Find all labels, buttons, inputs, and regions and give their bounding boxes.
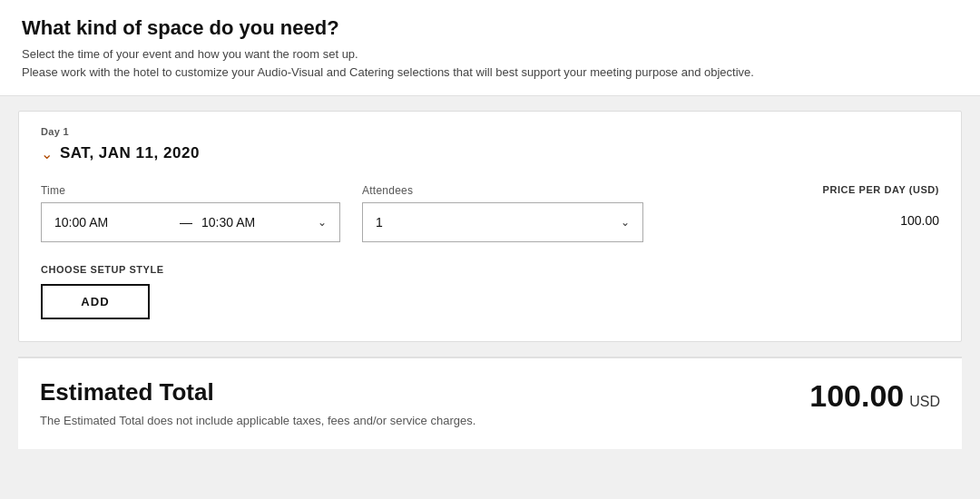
time-label: Time bbox=[41, 184, 340, 197]
page-subtitle: Select the time of your event and how yo… bbox=[22, 45, 958, 81]
price-label: PRICE PER DAY (USD) bbox=[823, 184, 939, 195]
attendees-value-text: 1 bbox=[376, 215, 621, 230]
page-title: What kind of space do you need? bbox=[22, 16, 958, 40]
attendees-select[interactable]: 1 ⌄ bbox=[362, 202, 643, 242]
estimated-amount: 100.00 bbox=[809, 378, 904, 414]
add-button[interactable]: ADD bbox=[41, 284, 150, 319]
subtitle-line1: Select the time of your event and how yo… bbox=[22, 47, 358, 61]
setup-label: CHOOSE SETUP STYLE bbox=[41, 264, 939, 275]
main-content: Day 1 ⌄ SAT, JAN 11, 2020 Time 10:00 AM … bbox=[0, 96, 980, 464]
attendees-field-group: Attendees 1 ⌄ bbox=[362, 184, 643, 242]
estimated-currency: USD bbox=[909, 394, 940, 410]
estimated-right: 100.00 USD bbox=[809, 378, 940, 414]
time-dash: — bbox=[180, 215, 192, 230]
attendees-label: Attendees bbox=[362, 184, 643, 197]
time-field-group: Time 10:00 AM — 10:30 AM ⌄ bbox=[41, 184, 340, 242]
price-value: 100.00 bbox=[823, 213, 939, 228]
time-start-text: 10:00 AM bbox=[54, 215, 171, 230]
date-text: SAT, JAN 11, 2020 bbox=[60, 144, 200, 162]
date-row: ⌄ SAT, JAN 11, 2020 bbox=[41, 144, 939, 166]
estimated-subtitle: The Estimated Total does not include app… bbox=[40, 414, 475, 427]
price-group: PRICE PER DAY (USD) 100.00 bbox=[823, 184, 939, 228]
time-select[interactable]: 10:00 AM — 10:30 AM ⌄ bbox=[41, 202, 340, 242]
estimated-section: Estimated Total The Estimated Total does… bbox=[18, 357, 962, 449]
time-end-text: 10:30 AM bbox=[201, 215, 318, 230]
attendees-chevron-icon: ⌄ bbox=[621, 216, 630, 229]
estimated-left: Estimated Total The Estimated Total does… bbox=[40, 378, 475, 427]
page-header: What kind of space do you need? Select t… bbox=[0, 0, 980, 96]
chevron-down-icon: ⌄ bbox=[41, 145, 53, 162]
estimated-title: Estimated Total bbox=[40, 378, 475, 406]
setup-section: CHOOSE SETUP STYLE ADD bbox=[41, 264, 939, 319]
day-label: Day 1 bbox=[41, 126, 939, 137]
subtitle-line2: Please work with the hotel to customize … bbox=[22, 65, 754, 79]
day-card: Day 1 ⌄ SAT, JAN 11, 2020 Time 10:00 AM … bbox=[18, 111, 962, 342]
fields-row: Time 10:00 AM — 10:30 AM ⌄ Attendees 1 ⌄… bbox=[41, 184, 939, 242]
time-chevron-icon: ⌄ bbox=[318, 216, 327, 229]
